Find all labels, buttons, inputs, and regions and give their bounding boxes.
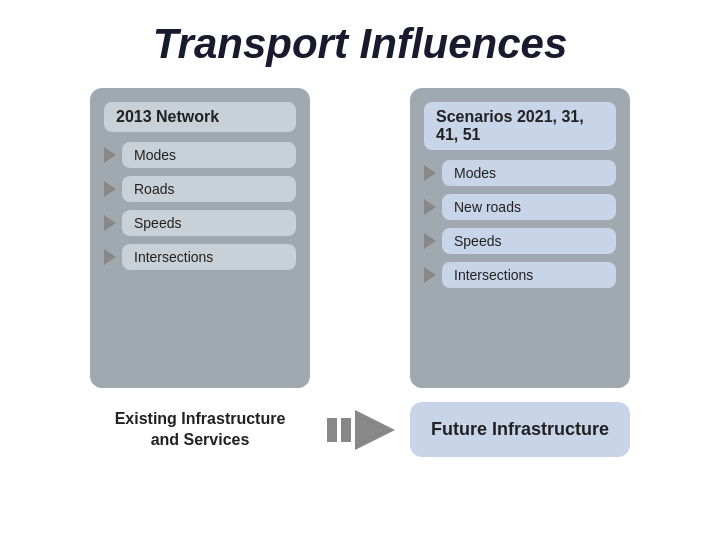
arrow-icon bbox=[424, 233, 436, 249]
left-panel-title: 2013 Network bbox=[104, 102, 296, 132]
right-item-modes: Modes bbox=[424, 160, 616, 186]
arrow-icon bbox=[104, 181, 116, 197]
arrow-icon bbox=[424, 267, 436, 283]
arrow-icon bbox=[104, 215, 116, 231]
svg-rect-1 bbox=[341, 418, 351, 442]
right-modes-label: Modes bbox=[442, 160, 616, 186]
bottom-row: Existing Infrastructureand Services Futu… bbox=[0, 402, 720, 457]
arrow-icon bbox=[424, 165, 436, 181]
left-item-roads: Roads bbox=[104, 176, 296, 202]
left-roads-label: Roads bbox=[122, 176, 296, 202]
left-speeds-label: Speeds bbox=[122, 210, 296, 236]
right-intersections-label: Intersections bbox=[442, 262, 616, 288]
arrow-icon bbox=[104, 147, 116, 163]
existing-infrastructure-label: Existing Infrastructureand Services bbox=[90, 405, 310, 455]
arrow-icon bbox=[104, 249, 116, 265]
future-infrastructure-label: Future Infrastructure bbox=[410, 402, 630, 457]
right-panel-title: Scenarios 2021, 31, 41, 51 bbox=[424, 102, 616, 150]
svg-rect-0 bbox=[327, 418, 337, 442]
left-item-speeds: Speeds bbox=[104, 210, 296, 236]
svg-marker-2 bbox=[355, 410, 395, 450]
left-item-modes: Modes bbox=[104, 142, 296, 168]
main-content: 2013 Network Modes Roads Speeds Intersec… bbox=[0, 78, 720, 398]
left-intersections-label: Intersections bbox=[122, 244, 296, 270]
forward-arrow-icon bbox=[325, 408, 395, 452]
right-speeds-label: Speeds bbox=[442, 228, 616, 254]
big-arrow-container bbox=[320, 408, 400, 452]
right-new-roads-label: New roads bbox=[442, 194, 616, 220]
right-item-new-roads: New roads bbox=[424, 194, 616, 220]
left-panel: 2013 Network Modes Roads Speeds Intersec… bbox=[90, 88, 310, 388]
right-item-speeds: Speeds bbox=[424, 228, 616, 254]
left-item-intersections: Intersections bbox=[104, 244, 296, 270]
page-title: Transport Influences bbox=[0, 0, 720, 78]
right-panel: Scenarios 2021, 31, 41, 51 Modes New roa… bbox=[410, 88, 630, 388]
arrow-icon bbox=[424, 199, 436, 215]
left-modes-label: Modes bbox=[122, 142, 296, 168]
right-item-intersections: Intersections bbox=[424, 262, 616, 288]
